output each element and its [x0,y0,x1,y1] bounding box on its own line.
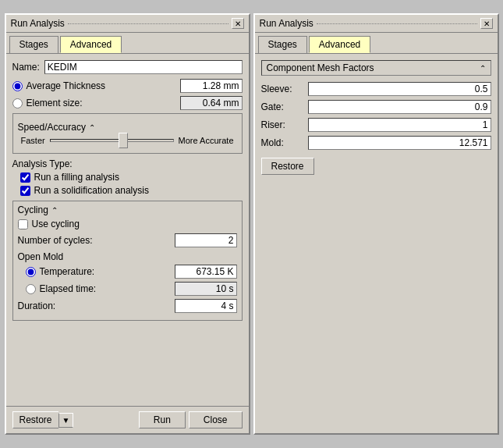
gate-row: Gate: [261,100,491,114]
faster-label: Faster [21,136,45,145]
elapsed-label: Elapsed time: [40,283,97,294]
left-panel: Run Analysis ✕ Stages Advanced Name: Ave… [5,13,250,435]
duration-row: Duration: [18,299,237,313]
right-tabs: Stages Advanced [255,33,498,53]
right-titlebar: Run Analysis ✕ [255,15,498,33]
temperature-input[interactable] [175,265,237,279]
use-cycling-checkbox[interactable] [18,219,28,229]
speed-accuracy-section: Speed/Accuracy ⌃ Faster More Accurate [12,113,243,154]
temperature-radio[interactable] [26,267,36,277]
sleeve-row: Sleeve: [261,82,491,96]
riser-row: Riser: [261,118,491,132]
solidification-checkbox[interactable] [20,186,30,196]
left-tab-stages[interactable]: Stages [9,36,58,53]
riser-label: Riser: [261,119,308,130]
title-dots-left [68,23,228,24]
gate-input[interactable] [308,100,491,114]
filling-checkbox[interactable] [20,172,30,183]
elapsed-row: Elapsed time: [26,282,237,296]
right-panel: Run Analysis ✕ Stages Advanced Component… [253,13,499,435]
open-mold-label: Open Mold [18,251,237,262]
gate-label: Gate: [261,101,308,112]
use-cycling-label: Use cycling [32,219,80,229]
mesh-collapse-icon[interactable]: ⌃ [480,64,486,73]
left-close-button[interactable]: ✕ [232,18,244,29]
restore-btn-container: Restore [261,158,491,175]
title-dots-right [317,23,477,24]
avg-thickness-radio[interactable] [12,81,23,91]
mesh-factors-label: Component Mesh Factors [267,62,480,73]
restore-arrow-button[interactable]: ▼ [58,413,74,428]
number-cycles-label: Number of cycles: [18,235,175,246]
sleeve-input[interactable] [308,82,491,96]
avg-thickness-row: Average Thickness [12,79,243,93]
cycling-header: Cycling ⌃ [18,204,237,215]
riser-input[interactable] [308,118,491,132]
elapsed-input[interactable] [175,282,237,296]
left-tab-advanced[interactable]: Advanced [60,36,122,53]
left-tabs: Stages Advanced [6,33,249,53]
number-cycles-row: Number of cycles: [18,233,237,247]
element-size-radio[interactable] [12,98,23,108]
open-mold-section: Open Mold Temperature: Elapsed time: Dur… [18,251,237,313]
more-accurate-label: More Accurate [179,136,234,145]
mesh-factors-header: Component Mesh Factors ⌃ [261,60,491,76]
mold-input[interactable] [308,136,491,150]
left-panel-title: Run Analysis [11,18,65,29]
solidification-label: Run a solidification analysis [34,185,149,196]
left-panel-body: Name: Average Thickness Element size: Sp… [6,53,249,406]
right-panel-title: Run Analysis [260,18,313,29]
element-size-input[interactable] [180,96,243,110]
name-row: Name: [12,60,243,74]
slider-row: Faster More Accurate [18,136,237,145]
filling-label: Run a filling analysis [34,172,119,183]
mold-label: Mold: [261,137,308,148]
speed-accuracy-label: Speed/Accuracy [18,122,86,133]
right-tab-advanced[interactable]: Advanced [309,36,370,53]
mold-row: Mold: [261,136,491,150]
duration-input[interactable] [175,299,237,313]
number-cycles-input[interactable] [175,233,237,247]
left-titlebar: Run Analysis ✕ [6,15,249,33]
avg-thickness-label: Average Thickness [27,80,106,91]
elapsed-radio[interactable] [26,284,36,294]
name-input[interactable] [44,60,243,74]
analysis-type-section: Analysis Type: Run a filling analysis Ru… [12,158,243,196]
left-bottom-buttons: Restore ▼ Run Close [6,406,249,433]
cycling-label: Cycling [18,204,48,215]
filling-row: Run a filling analysis [20,172,243,183]
element-size-row: Element size: [12,96,243,110]
right-restore-button[interactable]: Restore [261,158,314,175]
restore-split-button: Restore ▼ [12,411,74,428]
element-size-label: Element size: [27,98,83,108]
name-label: Name: [12,62,40,73]
duration-label: Duration: [18,300,175,311]
analysis-type-label: Analysis Type: [12,158,243,169]
use-cycling-row: Use cycling [18,219,237,229]
restore-button[interactable]: Restore [12,411,58,428]
close-button[interactable]: Close [189,411,243,428]
avg-thickness-input[interactable] [180,79,243,93]
right-panel-body: Component Mesh Factors ⌃ Sleeve: Gate: R… [255,53,498,433]
temperature-row: Temperature: [26,265,237,279]
cycling-collapse-icon[interactable]: ⌃ [51,206,58,215]
speed-slider[interactable] [50,139,174,142]
right-tab-stages[interactable]: Stages [258,36,307,53]
run-button[interactable]: Run [139,411,186,428]
right-close-button[interactable]: ✕ [480,18,493,29]
solidification-row: Run a solidification analysis [20,185,243,196]
speed-accuracy-header: Speed/Accuracy ⌃ [18,122,237,133]
cycling-section: Cycling ⌃ Use cycling Number of cycles: … [12,201,243,321]
temperature-label: Temperature: [40,266,95,277]
sleeve-label: Sleeve: [261,84,308,94]
speed-collapse-icon[interactable]: ⌃ [89,123,95,132]
